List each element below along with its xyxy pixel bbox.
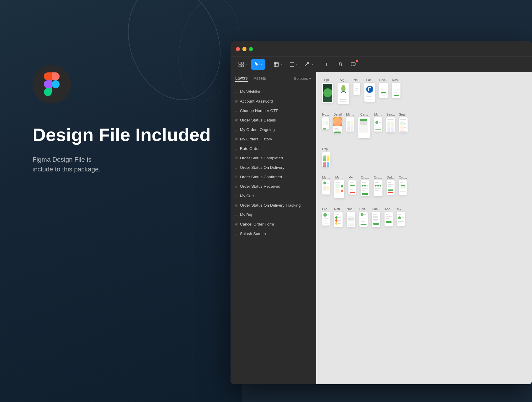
frame-tool[interactable]: ▾ (270, 59, 285, 70)
screen-ord2[interactable]: Ord... (374, 176, 382, 196)
screen-exp[interactable]: Exp... (322, 147, 330, 167)
hash-icon: # (235, 89, 238, 94)
row-2-items: Ho... (322, 113, 526, 138)
chevron-down-icon: ▾ (280, 63, 282, 66)
screens-dropdown[interactable]: Screens ▾ (294, 76, 311, 81)
figma-window: ▾ ▾ ▾ ▾ ▾ T (231, 41, 532, 384)
shape-icon (289, 61, 295, 67)
layer-order-status-confirmed[interactable]: # Order Status Confirmed (231, 172, 316, 181)
screen-sea[interactable]: Sea... (386, 113, 395, 132)
screen-pho[interactable]: Pho... (379, 78, 388, 98)
close-button[interactable] (236, 47, 240, 51)
screen-my[interactable]: My ... (346, 113, 354, 132)
layer-rate-order[interactable]: # Rate Order (231, 144, 316, 153)
screen-noti1[interactable]: Noti... (334, 207, 343, 227)
screen-ord1[interactable]: Ord... (361, 176, 369, 196)
layers-panel: Layers Assets Screens ▾ # My Wishlist # … (231, 72, 316, 384)
screen-sea2[interactable]: Sea... (399, 113, 408, 132)
main-subtext: Figma Design File isinclude to this pack… (33, 155, 211, 174)
screen-res[interactable]: Res... (392, 78, 400, 98)
screen-ne[interactable]: Ne... (353, 78, 360, 95)
layer-order-status-received[interactable]: # Order Status Received (231, 181, 316, 191)
tab-assets[interactable]: Assets (254, 76, 266, 81)
screen-my5[interactable]: My ... (348, 176, 356, 194)
screen-my6[interactable]: My ... (397, 207, 405, 226)
layer-my-wishlist[interactable]: # My Wishlist (231, 87, 316, 96)
hash-icon: # (235, 137, 238, 141)
text-tool[interactable]: T (321, 59, 333, 70)
screen-acc[interactable]: Acc... (385, 207, 393, 226)
screen-noti2[interactable]: Noti... (347, 207, 355, 227)
layer-splash-screen[interactable]: # Splash Screen (231, 229, 316, 238)
screen-row-2: Ho... (322, 113, 526, 138)
screen-row-3: Exp... (322, 147, 526, 167)
screen-row-5: Pro... (322, 207, 526, 227)
screen-my4[interactable]: My ... (334, 176, 344, 198)
layer-cancel-order-form[interactable]: # Cancel Order Form (231, 219, 316, 229)
comment-icon (350, 61, 356, 67)
screen-detail[interactable]: Detail (333, 113, 342, 133)
hash-icon: # (235, 231, 238, 236)
screen-for[interactable]: For... (364, 78, 375, 102)
left-panel: Design File Included Figma Design File i… (0, 0, 242, 402)
minimize-button[interactable] (242, 47, 246, 51)
main-heading: Design File Included (33, 124, 211, 145)
screen-cha[interactable]: Cha... (372, 207, 380, 227)
hash-icon: # (235, 165, 238, 170)
select-group-icon (238, 61, 244, 67)
tab-layers[interactable]: Layers (235, 76, 248, 82)
toolbar-divider (268, 61, 268, 68)
pen-tool[interactable]: ▾ (302, 59, 316, 70)
layers-list[interactable]: # My Wishlist # Account Password # Chang… (231, 85, 316, 384)
main-area: Layers Assets Screens ▾ # My Wishlist # … (231, 72, 532, 384)
chevron-down-icon: ▾ (296, 63, 298, 66)
screen-ho[interactable]: Ho... (322, 113, 329, 129)
layer-order-status-details[interactable]: # Order Status Details (231, 115, 316, 125)
cursor-icon (254, 61, 260, 67)
layer-order-status-completed[interactable]: # Order Status Completed (231, 153, 316, 163)
chevron-down-icon: ▾ (245, 63, 247, 66)
chevron-down-icon: ▾ (261, 63, 262, 66)
svg-rect-3 (241, 65, 244, 67)
shape-tool[interactable]: ▾ (286, 59, 301, 70)
screen-ord4[interactable]: Ord... (399, 176, 407, 195)
screen-row-4: My ... (322, 176, 526, 198)
screen-ord3[interactable]: Ord... (387, 176, 395, 195)
move-tool[interactable]: ▾ (251, 59, 265, 70)
hand-icon (337, 61, 343, 67)
screen-edit[interactable]: Edit... (359, 207, 368, 227)
hash-icon: # (235, 212, 238, 217)
layer-change-number-otp[interactable]: # Change Number OTP (231, 106, 316, 115)
screen-my2[interactable]: My ... (374, 113, 382, 132)
toolbar-divider-2 (319, 61, 319, 68)
hand-tool[interactable] (334, 59, 346, 70)
layer-my-bag[interactable]: # My Bag (231, 210, 316, 219)
chevron-down-icon: ▾ (309, 76, 311, 81)
pen-icon (305, 61, 311, 67)
layer-my-orders-history[interactable]: # My Orders History (231, 134, 316, 144)
comment-tool[interactable] (347, 59, 359, 70)
hash-icon: # (235, 127, 238, 132)
screen-sig[interactable]: Sig... (338, 78, 349, 104)
hash-icon: # (235, 99, 238, 103)
layer-my-orders-ongoing[interactable]: # My Orders Ongoing (231, 125, 316, 134)
row-1-items: Spl... Sig... (322, 78, 526, 104)
layer-account-password[interactable]: # Account Password (231, 96, 316, 106)
layer-order-status-on-delivery-tracking[interactable]: # Order Status On Delivery Tracking (231, 200, 316, 210)
screen-pro[interactable]: Pro... (322, 207, 330, 226)
hash-icon: # (235, 203, 238, 208)
layer-my-cart[interactable]: # My Cart (231, 191, 316, 200)
row-3-items: Exp... (322, 147, 526, 167)
fullscreen-button[interactable] (249, 47, 253, 51)
decoration-circle-1 (112, 0, 236, 113)
layer-order-status-on-delivery[interactable]: # Order Status On Delivery (231, 163, 316, 172)
row-5-items: Pro... (322, 207, 526, 227)
svg-rect-1 (241, 62, 244, 64)
select-group-tool[interactable]: ▾ (235, 59, 250, 70)
screen-my3[interactable]: My ... (322, 176, 330, 194)
screen-spl[interactable]: Spl... (322, 78, 333, 103)
screen-cat[interactable]: Cat... (358, 113, 370, 138)
left-content: Design File Included Figma Design File i… (33, 124, 211, 174)
traffic-lights (236, 47, 253, 51)
chevron-down-icon: ▾ (312, 63, 313, 66)
